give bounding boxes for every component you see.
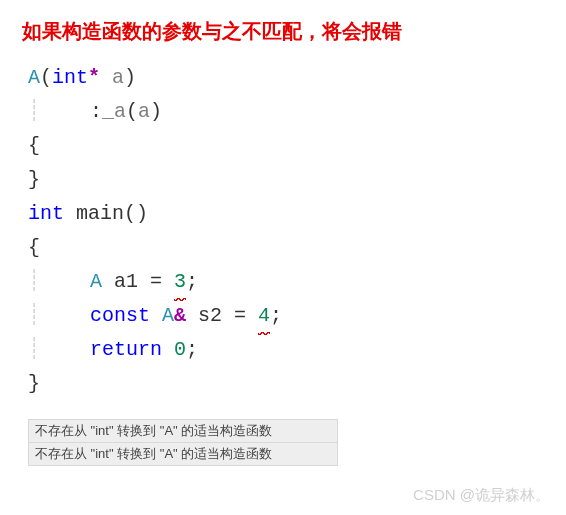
equals: = bbox=[234, 300, 258, 332]
code-line-brace: { bbox=[28, 129, 566, 163]
brace-open: { bbox=[28, 130, 40, 162]
code-line-main: int main() bbox=[28, 197, 566, 231]
code-line-stmt2: ┊ const A& s2 = 4; bbox=[28, 299, 566, 333]
code-line-brace: } bbox=[28, 367, 566, 401]
watermark-text: CSDN @诡异森林。 bbox=[413, 486, 550, 505]
semicolon: ; bbox=[270, 300, 282, 332]
error-message[interactable]: 不存在从 "int" 转换到 "A" 的适当构造函数 bbox=[28, 442, 338, 466]
brace-close: } bbox=[28, 368, 40, 400]
code-editor: A(int* a) ┊ :_a(a) { } int main() { ┊ A … bbox=[0, 45, 566, 401]
type-name: A bbox=[150, 300, 174, 332]
code-line-ctor: A(int* a) bbox=[28, 61, 566, 95]
error-message[interactable]: 不存在从 "int" 转换到 "A" 的适当构造函数 bbox=[28, 419, 338, 443]
brace-open: { bbox=[28, 232, 40, 264]
header-text: 如果构造函数的参数与之不匹配，将会报错 bbox=[0, 0, 566, 45]
code-line-brace: { bbox=[28, 231, 566, 265]
keyword-return: return bbox=[90, 334, 162, 366]
keyword-int: int bbox=[28, 198, 64, 230]
main-name: main bbox=[64, 198, 124, 230]
code-line-init: ┊ :_a(a) bbox=[28, 95, 566, 129]
paren-close: ) bbox=[150, 96, 162, 128]
indent-guide: ┊ bbox=[28, 300, 42, 332]
code-line-stmt1: ┊ A a1 = 3; bbox=[28, 265, 566, 299]
number-literal: 3 bbox=[174, 270, 186, 293]
paren-close: ) bbox=[124, 62, 136, 94]
code-line-brace: } bbox=[28, 163, 566, 197]
error-squiggle bbox=[258, 332, 270, 336]
param-name: a bbox=[112, 62, 124, 94]
reference-amp: & bbox=[174, 300, 186, 332]
type-name: A bbox=[90, 266, 102, 298]
keyword-int: int bbox=[52, 62, 88, 94]
number-literal: 0 bbox=[162, 334, 186, 366]
var-name: a1 bbox=[102, 266, 150, 298]
pointer-star: * bbox=[88, 62, 100, 94]
keyword-const: const bbox=[90, 300, 150, 332]
semicolon: ; bbox=[186, 266, 198, 298]
code-line-return: ┊ return 0; bbox=[28, 333, 566, 367]
semicolon: ; bbox=[186, 334, 198, 366]
equals: = bbox=[150, 266, 174, 298]
indent-guide: ┊ bbox=[28, 266, 42, 298]
paren-open: ( bbox=[126, 96, 138, 128]
init-arg: a bbox=[138, 96, 150, 128]
brace-close: } bbox=[28, 164, 40, 196]
error-panel: 不存在从 "int" 转换到 "A" 的适当构造函数 不存在从 "int" 转换… bbox=[28, 419, 566, 466]
var-name: s2 bbox=[186, 300, 234, 332]
indent-guide: ┊ bbox=[28, 334, 42, 366]
paren-open: ( bbox=[40, 62, 52, 94]
init-colon: : bbox=[90, 96, 102, 128]
member-name: _a bbox=[102, 96, 126, 128]
type-name: A bbox=[28, 62, 40, 94]
parens: () bbox=[124, 198, 148, 230]
indent-guide: ┊ bbox=[28, 96, 42, 128]
number-literal: 4 bbox=[258, 304, 270, 327]
